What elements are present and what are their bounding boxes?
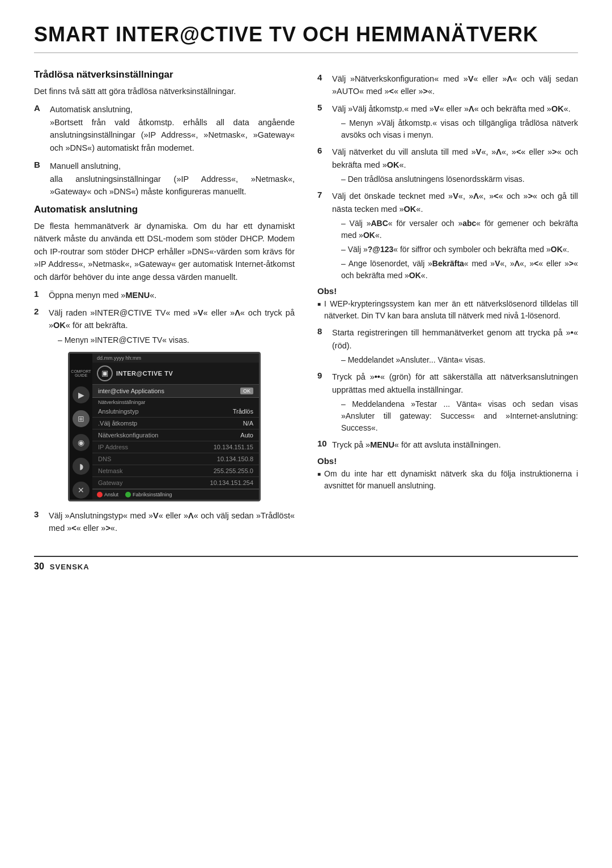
obs-item-1: I WEP-krypteringssystem kan mer än ett n… — [317, 298, 578, 322]
step-7: 7 Välj det önskade tecknet med »V«, »Λ«,… — [317, 190, 578, 282]
step-1-num: 1 — [34, 289, 44, 299]
obs-title-1: Obs! — [317, 286, 578, 296]
tv-row-valj: .Välj åtkomstp N/A — [92, 418, 259, 429]
step-3-text: Välj »Anslutningstyp« med »V« eller »Λ« … — [49, 509, 295, 535]
tv-btn-fabrik: Fabriksinställning — [125, 492, 172, 497]
tv-comfort-label: COMFORTGUIDE — [71, 369, 91, 377]
step-1-text: Öppna menyn med »MENU«. — [49, 289, 156, 301]
section1-heading: Trådlösa nätverksinställningar — [34, 69, 295, 80]
obs-item-2: Om du inte har ett dynamiskt nätverk ska… — [317, 468, 578, 492]
obs-box-2: Obs! Om du inte har ett dynamiskt nätver… — [317, 456, 578, 492]
step-5-text: Välj »Välj åtkomstp.« med »V« eller »Λ« … — [332, 103, 578, 141]
obs-box-1: Obs! I WEP-krypteringssystem kan mer än … — [317, 286, 578, 322]
tv-row-netmask: Netmask 255.255.255.0 — [92, 465, 259, 477]
tv-row-dns: DNS 10.134.150.8 — [92, 453, 259, 465]
step-2-num: 2 — [34, 307, 44, 316]
item-b-text: Manuell anslutning, alla anslutningsinst… — [50, 160, 295, 198]
item-letter-b: B — [34, 160, 44, 198]
tv-top-bar: dd.mm.yyyy hh:mm — [92, 354, 259, 363]
tv-row-ip: IP Address 10.134.151.15 — [92, 441, 259, 453]
step-2: 2 Välj raden »INTER@CTIVE TV« med »V« el… — [34, 307, 295, 346]
tv-sidebar-icon-play: ▶ — [73, 386, 90, 403]
item-letter-a: A — [34, 103, 44, 154]
tv-dot-red — [97, 492, 103, 497]
step-8-text: Starta registreringen till hemmanätverke… — [332, 326, 578, 366]
step-5: 5 Välj »Välj åtkomstp.« med »V« eller »Λ… — [317, 103, 578, 141]
tv-datetime: dd.mm.yyyy hh:mm — [97, 355, 141, 361]
step-10: 10 Tryck på »MENU« för att avsluta instä… — [317, 439, 578, 451]
tv-screen: COMFORTGUIDE ▶ ⊞ ◉ ◗ ✕ dd.mm.yyyy hh:mm … — [68, 352, 261, 501]
left-column: Trådlösa nätverksinställningar Det finns… — [34, 69, 295, 539]
step-4: 4 Välj »Nätverkskonfiguration« med »V« e… — [317, 73, 578, 98]
step-7-subnote-3: Ange lösenordet, välj »Bekräfta« med »V«… — [341, 258, 578, 282]
step-8-subnote: Meddelandet »Ansluter... Vänta« visas. — [341, 354, 578, 366]
footer-page-number: 30 — [34, 561, 44, 572]
step-6: 6 Välj nätverket du vill ansluta till me… — [317, 146, 578, 185]
right-column: 4 Välj »Nätverkskonfiguration« med »V« e… — [317, 69, 578, 539]
step-9-num: 9 — [317, 371, 328, 380]
step-4-text: Välj »Nätverkskonfiguration« med »V« ell… — [332, 73, 578, 98]
section1-intro: Det finns två sätt att göra trådlösa nät… — [34, 85, 295, 97]
step-4-num: 4 — [317, 73, 328, 82]
tv-logo-row: ▣ INTER@CTIVE TV — [92, 363, 259, 385]
list-item-b: B Manuell anslutning, alla anslutningsin… — [34, 160, 295, 198]
tv-sidebar-icon-tools: ✕ — [73, 482, 90, 499]
step-6-text: Välj nätverket du vill ansluta till med … — [332, 146, 578, 185]
step-7-num: 7 — [317, 190, 328, 199]
step-8: 8 Starta registreringen till hemmanätver… — [317, 326, 578, 366]
step-1: 1 Öppna menyn med »MENU«. — [34, 289, 295, 301]
tv-logo-label: INTER@CTIVE TV — [116, 370, 173, 377]
step-9: 9 Tryck på »••« (grön) för att säkerstäl… — [317, 371, 578, 434]
tv-sidebar: COMFORTGUIDE ▶ ⊞ ◉ ◗ ✕ — [70, 354, 92, 500]
list-item-a: A Automatisk anslutning, »Bortsett från … — [34, 103, 295, 154]
step-6-num: 6 — [317, 146, 328, 155]
page-title: SMART INTER@CTIVE TV OCH HEMMANÄTVERK — [34, 23, 578, 53]
item-a-text: Automatisk anslutning, »Bortsett från va… — [50, 103, 295, 154]
tv-menu-ok: OK — [240, 388, 253, 394]
steps-left: 1 Öppna menyn med »MENU«. 2 Välj raden »… — [34, 289, 295, 346]
footer-bar: 30 SVENSKA — [34, 556, 578, 572]
tv-row-gateway: Gateway 10.134.151.254 — [92, 477, 259, 489]
tv-dot-green — [125, 492, 131, 497]
tv-menu-label: inter@ctive Applications — [98, 388, 164, 394]
section2-heading: Automatisk anslutning — [34, 204, 295, 215]
tv-menu-row: inter@ctive Applications OK — [92, 385, 259, 398]
tv-sidebar-icon-circle: ◉ — [73, 434, 90, 451]
step-7-subnote-1: Välj »ABC« för versaler och »abc« för ge… — [341, 218, 578, 241]
step-8-num: 8 — [317, 326, 328, 336]
tv-section-title: Nätverksinställningar — [92, 398, 259, 406]
step-9-subnote: Meddelandena »Testar ... Vänta« visas oc… — [341, 398, 578, 434]
tv-sidebar-icon-sound: ◗ — [73, 458, 90, 475]
tv-screen-wrap: COMFORTGUIDE ▶ ⊞ ◉ ◗ ✕ dd.mm.yyyy hh:mm … — [34, 352, 295, 501]
step-7-subnote-2: Välj »?@123« för siffror och symboler oc… — [341, 244, 578, 256]
step-3-wrap: 3 Välj »Anslutningstyp« med »V« eller »Λ… — [34, 509, 295, 535]
steps-right-2: 8 Starta registreringen till hemmanätver… — [317, 326, 578, 451]
tv-bottom-bar: Anslut Fabriksinställning — [92, 489, 259, 500]
tv-row-anslutningstyp: Anslutningstyp Trådlös — [92, 406, 259, 418]
tv-sidebar-icon-network: ⊞ — [73, 410, 90, 427]
step-6-subnote: Den trådlösa anslutningens lösenordsskär… — [341, 173, 578, 185]
step-9-text: Tryck på »••« (grön) för att säkerställa… — [332, 371, 578, 434]
step-10-num: 10 — [317, 439, 328, 448]
step-5-subnote: Menyn »Välj åtkomstp.« visas och tillgän… — [341, 117, 578, 141]
tv-main-area: dd.mm.yyyy hh:mm ▣ INTER@CTIVE TV inter@… — [92, 354, 259, 500]
step-10-text: Tryck på »MENU« för att avsluta inställn… — [332, 439, 501, 451]
tv-row-natverkskonfig: Nätverkskonfiguration Auto — [92, 429, 259, 441]
step-7-text: Välj det önskade tecknet med »V«, »Λ«, »… — [332, 190, 578, 282]
footer-language: SVENSKA — [50, 563, 90, 571]
step-3: 3 Välj »Anslutningstyp« med »V« eller »Λ… — [34, 509, 295, 535]
section2-intro: De flesta hemmanätverk är dynamiska. Om … — [34, 220, 295, 283]
step-2-subnote: Menyn »INTER@CTIVE TV« visas. — [58, 334, 295, 346]
step-2-text: Välj raden »INTER@CTIVE TV« med »V« elle… — [49, 307, 295, 346]
tv-btn-anslut: Anslut — [97, 492, 118, 497]
steps-right: 4 Välj »Nätverkskonfiguration« med »V« e… — [317, 73, 578, 282]
step-3-num: 3 — [34, 509, 44, 519]
obs-title-2: Obs! — [317, 456, 578, 466]
tv-logo-icon: ▣ — [97, 365, 113, 381]
step-5-num: 5 — [317, 103, 328, 112]
